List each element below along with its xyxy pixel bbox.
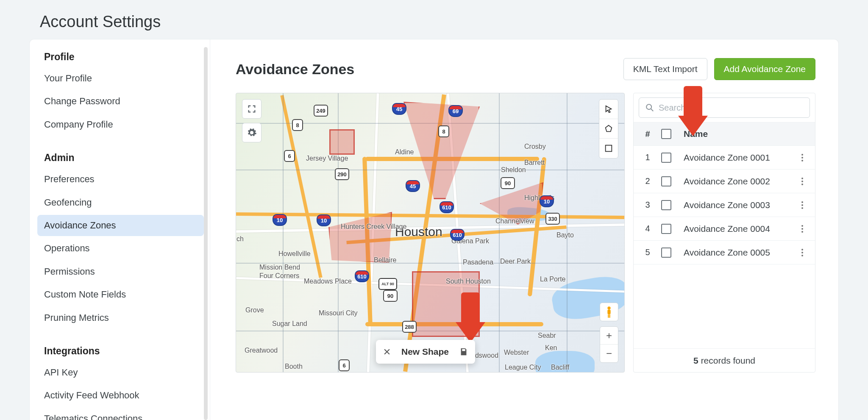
kebab-icon (801, 225, 804, 233)
zoom-in-button[interactable]: + (600, 327, 618, 345)
kml-import-button[interactable]: KML Text Import (623, 58, 707, 80)
svg-point-21 (801, 255, 803, 256)
sidebar-item-avoidance-zones[interactable]: Avoidance Zones (37, 215, 204, 236)
search-input[interactable] (659, 103, 804, 113)
rectangle-tool[interactable] (599, 139, 618, 158)
svg-point-9 (801, 160, 803, 161)
map-label: Bacliff (551, 364, 569, 371)
route-shield: 6 (284, 150, 295, 162)
popup-save-button[interactable] (459, 347, 468, 356)
col-name-header[interactable]: Name (676, 129, 795, 139)
svg-point-17 (801, 228, 803, 230)
svg-point-11 (801, 181, 803, 182)
row-index: 4 (639, 224, 657, 234)
route-shield: 6 (339, 359, 350, 371)
row-checkbox[interactable] (661, 176, 671, 186)
sidebar-item-geofencing[interactable]: Geofencing (37, 192, 204, 213)
row-actions-button[interactable] (795, 248, 810, 257)
sidebar-item-operations[interactable]: Operations (37, 238, 204, 259)
map-label: Seabr (538, 332, 556, 339)
sidebar-scrollbar[interactable] (204, 47, 208, 420)
route-shield: 45 (392, 103, 406, 115)
kebab-icon (801, 248, 804, 257)
svg-point-12 (801, 184, 803, 185)
table-row[interactable]: 2 Avoidance Zone 0002 (634, 170, 815, 193)
map-draw-toolbar (599, 99, 618, 159)
route-shield: 8 (438, 125, 449, 137)
fullscreen-button[interactable] (242, 99, 262, 119)
row-actions-button[interactable] (795, 153, 810, 162)
new-shape-popup: New Shape (376, 340, 475, 364)
route-shield: 10 (317, 214, 331, 226)
col-num-header[interactable]: # (639, 129, 657, 139)
kebab-icon (801, 177, 804, 186)
sidebar-item-your-profile[interactable]: Your Profile (37, 68, 204, 89)
map-settings-button[interactable] (242, 123, 262, 142)
map-label: Jersey Village (306, 155, 348, 162)
row-actions-button[interactable] (795, 177, 810, 186)
row-index: 1 (639, 153, 657, 162)
map-label: Bellaire (374, 256, 396, 264)
polygon-tool[interactable] (599, 119, 618, 139)
records-label: records found (701, 356, 755, 366)
route-shield: 10 (540, 195, 554, 207)
svg-point-14 (801, 204, 803, 206)
zone-shape[interactable] (329, 129, 355, 155)
row-actions-button[interactable] (795, 201, 810, 209)
map-label: Crosby (524, 143, 546, 150)
sidebar-item-telematics-connections[interactable]: Telematics Connections (37, 408, 204, 420)
map-label: Webster (504, 349, 529, 356)
records-count: 5 (693, 356, 698, 366)
popup-close-button[interactable] (383, 348, 391, 356)
zoom-out-button[interactable]: − (600, 345, 618, 362)
table-row[interactable]: 5 Avoidance Zone 0005 (634, 241, 815, 264)
svg-rect-2 (607, 310, 610, 314)
map-label: La Porte (540, 275, 565, 283)
streetview-pegman[interactable] (600, 303, 618, 321)
sidebar-item-permissions[interactable]: Permissions (37, 261, 204, 282)
sidebar-item-preferences[interactable]: Preferences (37, 169, 204, 190)
row-name: Avoidance Zone 0002 (676, 176, 795, 186)
pointer-tool[interactable] (599, 100, 618, 119)
table-row[interactable]: 4 Avoidance Zone 0004 (634, 217, 815, 241)
svg-rect-0 (606, 145, 612, 152)
table-row[interactable]: 3 Avoidance Zone 0003 (634, 193, 815, 217)
map[interactable]: Houston Aldine Jersey Village Hunters Cr… (236, 93, 625, 373)
map-label: Deer Park (500, 258, 531, 265)
row-checkbox[interactable] (661, 224, 671, 234)
svg-rect-3 (608, 314, 609, 318)
svg-point-7 (801, 154, 803, 156)
polygon-icon (604, 124, 613, 134)
map-label: Meadows Place (304, 278, 352, 285)
page-title: Account Settings (40, 13, 838, 31)
row-checkbox[interactable] (661, 248, 671, 258)
map-label: Four Corners (259, 272, 299, 280)
cursor-icon (604, 105, 613, 114)
route-shield: 290 (335, 168, 349, 180)
row-index: 5 (639, 248, 657, 257)
save-icon (459, 347, 468, 356)
select-all-checkbox[interactable] (661, 129, 671, 139)
row-index: 3 (639, 200, 657, 210)
row-actions-button[interactable] (795, 225, 810, 233)
sidebar-group-profile: Profile (37, 47, 204, 68)
sidebar-item-api-key[interactable]: API Key (37, 362, 204, 383)
sidebar-item-company-profile[interactable]: Company Profile (37, 114, 204, 135)
add-avoidance-zone-button[interactable]: Add Avoidance Zone (714, 58, 815, 80)
row-name: Avoidance Zone 0004 (676, 224, 795, 234)
sidebar-item-change-password[interactable]: Change Password (37, 91, 204, 112)
sidebar-item-custom-note-fields[interactable]: Custom Note Fields (37, 284, 204, 305)
sidebar-group-integrations: Integrations (37, 341, 204, 362)
records-footer: 5 records found (634, 348, 815, 372)
sidebar-item-activity-feed-webhook[interactable]: Activity Feed Webhook (37, 385, 204, 406)
settings-panel: Profile Your Profile Change Password Com… (30, 39, 838, 420)
row-checkbox[interactable] (661, 153, 671, 163)
map-label: ndswood (471, 352, 498, 359)
table-row[interactable]: 1 Avoidance Zone 0001 (634, 146, 815, 170)
route-shield: 288 (402, 321, 417, 333)
row-name: Avoidance Zone 0005 (676, 248, 795, 258)
svg-line-6 (651, 109, 654, 111)
row-checkbox[interactable] (661, 200, 671, 210)
sidebar-item-pruning-metrics[interactable]: Pruning Metrics (37, 307, 204, 328)
search-box (639, 97, 810, 118)
